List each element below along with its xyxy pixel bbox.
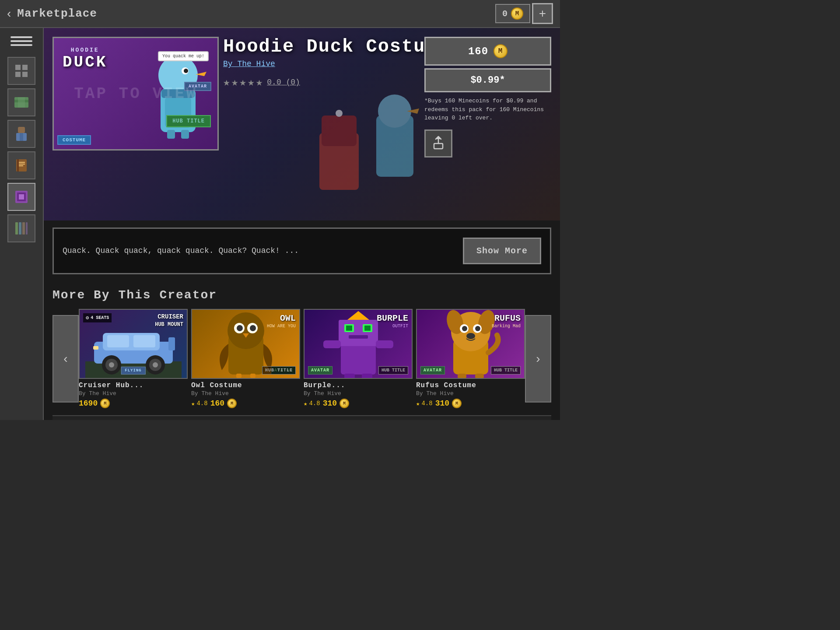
- svg-rect-29: [181, 130, 189, 139]
- product-card-cruiser[interactable]: ⚙ 4 SEATS CRUISERHUB MOUNT FLYING Cruise…: [79, 309, 188, 408]
- card-price-row-owl: ★ 4.8 160 M: [191, 399, 300, 408]
- coin-display: 0 M: [495, 4, 530, 23]
- rufus-badge-hub: HUB TITLE: [491, 366, 521, 374]
- buy-coins-button[interactable]: 160 M: [424, 37, 551, 66]
- star-5: ★: [256, 75, 263, 89]
- sidebar-item-character[interactable]: [7, 120, 35, 148]
- svg-rect-39: [107, 335, 129, 347]
- svg-rect-78: [458, 374, 466, 379]
- sidebar-item-library[interactable]: [7, 214, 35, 242]
- coin-sm-rufus: M: [452, 399, 462, 408]
- carousel-next-button[interactable]: ›: [525, 315, 551, 402]
- card-price-row-cruiser: 1690 M: [79, 399, 188, 408]
- more-by-creator-section: More By This Creator ‹: [44, 281, 560, 415]
- svg-rect-12: [19, 162, 25, 163]
- product-card-owl[interactable]: AVATAR HUB TITLE OWL HOW ARE YOU Owl Cos…: [191, 309, 300, 408]
- card-price-row-rufus: ★ 4.8 310 M: [416, 399, 525, 408]
- header: ‹ Marketplace 0 M +: [0, 0, 560, 28]
- svg-rect-21: [26, 222, 28, 234]
- svg-point-53: [237, 325, 243, 331]
- share-icon: [430, 135, 446, 152]
- price-note: *Buys 160 Minecoins for $0.99 and redeem…: [424, 97, 551, 122]
- sidebar-item-grid[interactable]: [7, 57, 35, 85]
- svg-point-77: [466, 333, 475, 339]
- svg-rect-13: [19, 164, 25, 164]
- price-panel: 160 M $0.99* *Buys 160 Minecoins for $0.…: [424, 37, 551, 158]
- card-rating-owl: ★ 4.8: [191, 400, 208, 407]
- carousel-items: ⚙ 4 SEATS CRUISERHUB MOUNT FLYING Cruise…: [79, 309, 525, 408]
- svg-point-50: [228, 312, 264, 349]
- svg-rect-1: [22, 65, 28, 70]
- more-section-title: More By This Creator: [52, 288, 551, 302]
- product-card-rufus[interactable]: RUFUS Barking Mad AVATAR HUB TITLE Rufus…: [416, 309, 525, 408]
- product-card-burple[interactable]: BURPLE OUTFIT AVATAR HUB TITLE Burple...…: [304, 309, 413, 408]
- coin-sm-owl: M: [227, 399, 237, 408]
- carousel-prev-button[interactable]: ‹: [52, 315, 79, 402]
- back-button[interactable]: ‹: [7, 7, 11, 20]
- seats-badge: ⚙ 4 SEATS: [83, 313, 112, 322]
- card-price-rufus: 310: [435, 399, 449, 408]
- thumb-line2: DUCK: [63, 53, 107, 71]
- svg-point-75: [462, 326, 467, 331]
- svg-rect-35: [434, 144, 443, 149]
- sidebar-item-book[interactable]: [7, 151, 35, 179]
- svg-rect-19: [19, 222, 21, 234]
- costume-badge: COSTUME: [57, 135, 91, 145]
- svg-rect-47: [168, 337, 175, 350]
- svg-rect-7: [18, 127, 25, 133]
- svg-rect-62: [364, 326, 371, 331]
- burple-badge-avatar: AVATAR: [308, 366, 332, 374]
- rufus-label: RUFUS: [494, 313, 521, 323]
- svg-rect-65: [376, 340, 393, 348]
- svg-point-76: [475, 326, 480, 331]
- sidebar-menu-icon[interactable]: [10, 32, 32, 50]
- page-title: Marketplace: [17, 7, 495, 20]
- sidebar-item-block[interactable]: [7, 183, 35, 211]
- svg-rect-61: [346, 326, 352, 331]
- card-name-rufus: Rufus Costume: [416, 382, 525, 389]
- card-thumb-cruiser: ⚙ 4 SEATS CRUISERHUB MOUNT FLYING: [79, 309, 188, 379]
- svg-rect-20: [22, 222, 25, 234]
- rufus-badge-avatar: AVATAR: [420, 366, 445, 374]
- hero-left: HOODIE DUCK: [44, 28, 219, 220]
- card-creator-owl: By The Hive: [191, 390, 300, 397]
- owl-sublabel: HOW ARE YOU: [267, 324, 296, 329]
- product-thumbnail[interactable]: HOODIE DUCK: [52, 37, 219, 150]
- description-box: Quack. Quack quack, quack quack. Quack? …: [52, 228, 551, 274]
- rufus-sublabel: Barking Mad: [492, 324, 521, 329]
- avatar-badge: AVATAR: [184, 82, 211, 91]
- rating-value[interactable]: 0.0 (0): [267, 78, 300, 87]
- svg-rect-40: [133, 335, 155, 347]
- owl-badge-hub: HUB TITLE: [262, 366, 296, 374]
- bottom-hint: [52, 415, 551, 420]
- thumb-line1: HOODIE: [63, 47, 107, 53]
- card-name-cruiser: Cruiser Hub...: [79, 382, 188, 389]
- svg-rect-67: [362, 374, 372, 379]
- svg-point-26: [184, 69, 188, 73]
- card-price-cruiser: 1690: [79, 399, 98, 408]
- card-price-burple: 310: [323, 399, 337, 408]
- svg-rect-2: [15, 72, 21, 77]
- add-coins-button[interactable]: +: [532, 3, 553, 24]
- coin-icon-large: M: [494, 44, 508, 58]
- star-4: ★: [248, 75, 255, 89]
- buy-usd-button[interactable]: $0.99*: [424, 68, 551, 92]
- burple-sublabel: OUTFIT: [392, 324, 408, 329]
- coin-sm-burple: M: [340, 399, 349, 408]
- show-more-button[interactable]: Show More: [463, 238, 541, 264]
- card-rating-burple: ★ 4.8: [304, 400, 320, 407]
- svg-rect-28: [167, 130, 175, 139]
- card-creator-rufus: By The Hive: [416, 390, 525, 397]
- sidebar-item-world[interactable]: [7, 88, 35, 116]
- svg-rect-6: [18, 97, 25, 108]
- svg-rect-31: [322, 116, 357, 146]
- share-button[interactable]: [424, 130, 452, 158]
- svg-point-43: [109, 362, 114, 368]
- svg-rect-48: [93, 346, 98, 350]
- hub-title-badge: HUB TITLE: [166, 115, 211, 127]
- burple-label: BURPLE: [377, 313, 408, 323]
- background-characters: [306, 89, 420, 220]
- card-creator-cruiser: By The Hive: [79, 390, 188, 397]
- coin-amount: 0: [502, 9, 508, 19]
- svg-point-34: [378, 94, 411, 128]
